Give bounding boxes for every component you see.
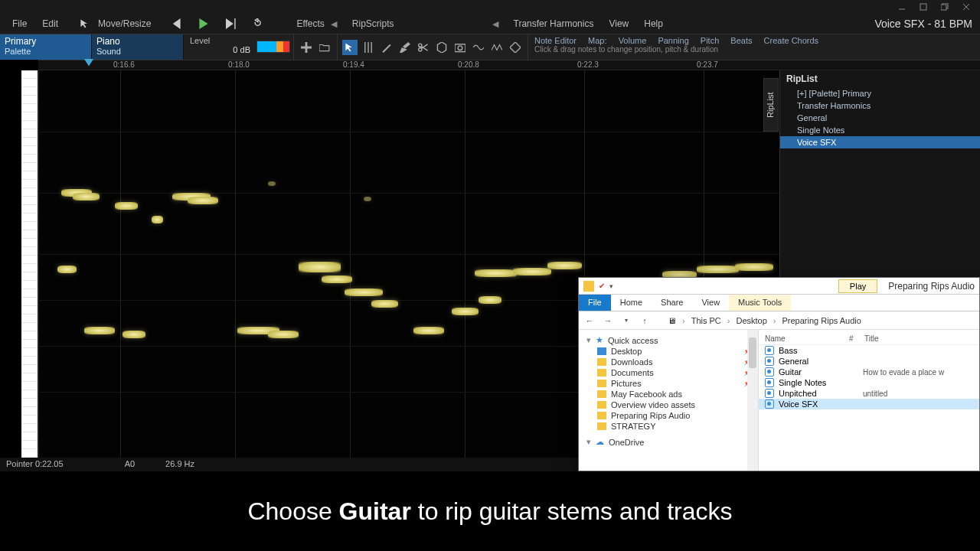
menu-file[interactable]: File <box>5 15 34 32</box>
camera-tool-icon[interactable] <box>452 40 468 55</box>
file-row-unpitched[interactable]: Unpitcheduntitled <box>759 388 979 399</box>
riplist-item-single-notes[interactable]: Single Notes <box>780 124 980 136</box>
ribbon-file[interactable]: File <box>579 295 611 311</box>
file-row-guitar[interactable]: GuitarHow to evade a place w <box>759 367 979 377</box>
explorer-address-bar: ← → ▾ ↑ 🖥 › This PC › Desktop › Preparin… <box>579 311 979 330</box>
ripscripts-slider-thumb-icon[interactable]: ◀ <box>492 19 498 29</box>
piano-keyboard[interactable] <box>0 70 38 459</box>
zigzag-tool-icon[interactable] <box>489 40 505 55</box>
map-panning[interactable]: Panning <box>658 36 688 45</box>
ribbon-share[interactable]: Share <box>652 295 692 311</box>
menu-view[interactable]: View <box>601 15 636 32</box>
hex-tool-icon[interactable] <box>434 40 449 55</box>
riplist-item-voice-sfx[interactable]: Voice SFX <box>780 136 980 148</box>
select-tool-icon[interactable] <box>342 40 358 55</box>
map-beats[interactable]: Beats <box>730 36 752 45</box>
file-list-header[interactable]: Name # Title <box>759 333 979 345</box>
status-note: A0 <box>125 459 135 470</box>
explorer-titlebar[interactable]: ✔ ▾ Play Preparing Rips Audio <box>579 278 979 295</box>
audio-file-icon <box>765 357 774 366</box>
caption-pre: Choose <box>247 497 338 525</box>
col-num[interactable]: # <box>849 334 864 343</box>
riplist-item-harmonics[interactable]: Transfer Harmonics <box>780 99 980 112</box>
scissors-tool-icon[interactable] <box>416 40 431 55</box>
riplist-item-palette[interactable]: [+] [Palette] Primary <box>780 87 980 99</box>
tool-icon-group <box>337 34 528 60</box>
explorer-play-tab[interactable]: Play <box>838 279 877 293</box>
nav-strategy[interactable]: STRATEGY <box>579 421 758 432</box>
audio-file-icon <box>765 389 774 398</box>
nav-up-button[interactable]: ↑ <box>639 315 651 327</box>
qat-dropdown-icon[interactable]: ▾ <box>609 282 613 290</box>
minimize-button[interactable] <box>891 1 913 13</box>
nav-back-button[interactable]: ← <box>583 315 596 327</box>
skip-back-button[interactable] <box>169 17 183 31</box>
file-row-bass[interactable]: Bass <box>759 345 979 356</box>
ribbon-music-tools[interactable]: Music Tools <box>729 295 791 311</box>
breadcrumb-desktop[interactable]: Desktop <box>736 316 766 325</box>
menu-help[interactable]: Help <box>636 15 671 32</box>
nav-history-dropdown[interactable]: ▾ <box>620 315 632 327</box>
ribbon-view[interactable]: View <box>692 295 729 311</box>
note-editor-link[interactable]: Note Editor <box>534 36 577 45</box>
nav-onedrive[interactable]: ▾ ☁ OneDrive <box>579 436 758 448</box>
nav-scrollbar[interactable] <box>747 330 758 471</box>
nav-overview-assets[interactable]: Overview video assets <box>579 399 758 410</box>
file-row-voice-sfx[interactable]: Voice SFX <box>759 399 979 409</box>
map-pitch[interactable]: Pitch <box>701 36 719 45</box>
riplist-tab[interactable]: RipList <box>763 78 779 132</box>
diamond-tool-icon[interactable] <box>508 40 523 55</box>
loop-button[interactable] <box>252 17 266 31</box>
nav-downloads[interactable]: Downloads📌 <box>579 357 758 367</box>
nav-desktop[interactable]: Desktop📌 <box>579 346 758 357</box>
restore-button[interactable] <box>934 1 956 13</box>
breadcrumb-folder[interactable]: Preparing Rips Audio <box>782 316 861 325</box>
audio-file-icon <box>765 399 774 409</box>
ribbon-home[interactable]: Home <box>611 295 652 311</box>
pencil-tool-icon[interactable] <box>397 40 413 55</box>
maximize-button[interactable] <box>913 1 934 13</box>
col-title[interactable]: Title <box>864 334 879 343</box>
svg-rect-3 <box>941 5 946 10</box>
palette-piano[interactable]: Piano Sound <box>92 34 184 60</box>
nav-may-ads[interactable]: May Facebook ads <box>579 389 758 399</box>
menu-effects[interactable]: Effects <box>296 18 324 29</box>
palette-primary[interactable]: Primary Palette <box>0 34 92 60</box>
cursor-mode-icon[interactable] <box>80 18 90 29</box>
ruler-time-4: 0:20.8 <box>458 60 479 69</box>
riplist-title: RipList <box>780 70 980 87</box>
playhead-icon[interactable] <box>84 59 93 68</box>
nav-preparing-rips[interactable]: Preparing Rips Audio <box>579 410 758 421</box>
effects-slider-thumb-icon[interactable]: ◀ <box>331 19 337 29</box>
skip-forward-button[interactable] <box>224 17 238 31</box>
nav-forward-button[interactable]: → <box>602 315 614 327</box>
ruler-time-5: 0:22.3 <box>577 60 599 69</box>
menu-ripscripts[interactable]: RipScripts <box>352 18 394 29</box>
menu-bar: File Edit Move/Resize Effects ◀ RipScrip… <box>0 14 980 34</box>
audio-file-icon <box>765 378 774 387</box>
tune-tool-icon[interactable] <box>361 40 376 55</box>
menu-transfer-harmonics[interactable]: Transfer Harmonics <box>506 15 602 32</box>
wave-tool-icon[interactable] <box>471 40 486 55</box>
menu-move-resize[interactable]: Move/Resize <box>90 15 158 32</box>
breadcrumb-pc-icon[interactable]: 🖥 <box>668 316 676 325</box>
play-button[interactable] <box>197 17 211 31</box>
riplist-item-general[interactable]: General <box>780 112 980 124</box>
file-row-single-notes[interactable]: Single Notes <box>759 377 979 388</box>
qat-icon[interactable]: ✔ <box>599 282 605 290</box>
add-icon[interactable] <box>299 40 314 55</box>
menu-edit[interactable]: Edit <box>34 15 66 32</box>
breadcrumb-thispc[interactable]: This PC <box>691 316 721 325</box>
time-ruler[interactable]: 0:16.6 0:18.0 0:19.4 0:20.8 0:22.3 0:23.… <box>38 60 980 70</box>
col-name[interactable]: Name <box>765 334 849 343</box>
close-button[interactable] <box>956 1 977 13</box>
create-chords-link[interactable]: Create Chords <box>764 36 819 45</box>
nav-quick-access[interactable]: ▾ ★ Quick access <box>579 334 758 346</box>
nav-documents[interactable]: Documents📌 <box>579 367 758 378</box>
ruler-time-2: 0:18.0 <box>228 60 250 69</box>
map-volume[interactable]: Volume <box>619 36 647 45</box>
folder-open-icon[interactable] <box>317 40 332 55</box>
file-row-general[interactable]: General <box>759 356 979 367</box>
draw-tool-icon[interactable] <box>379 40 394 55</box>
nav-pictures[interactable]: Pictures📌 <box>579 378 758 389</box>
